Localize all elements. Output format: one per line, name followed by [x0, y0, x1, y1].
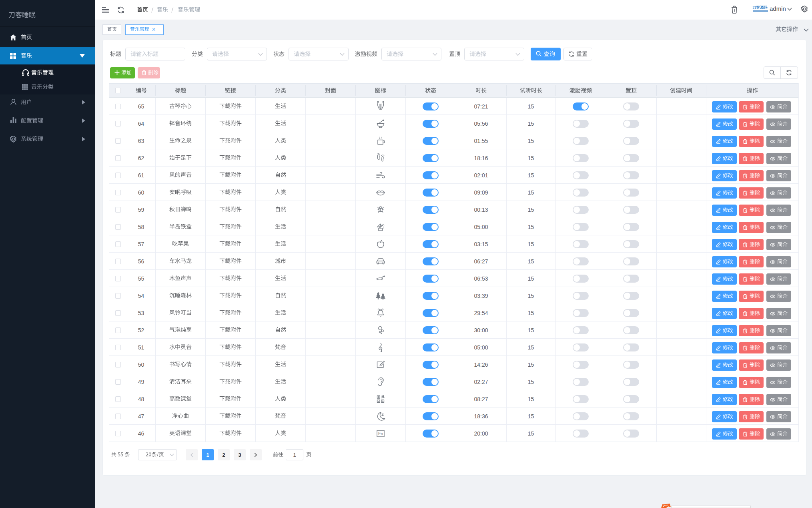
svg-text:En: En: [378, 432, 383, 436]
